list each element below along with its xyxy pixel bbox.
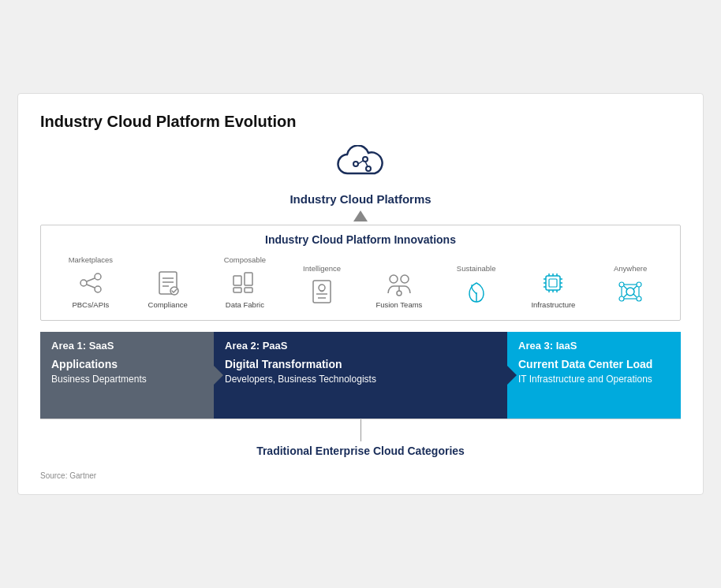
compliance-bottom-label: Compliance xyxy=(148,300,188,309)
fusionteams-icon xyxy=(384,268,414,298)
svg-point-20 xyxy=(319,285,325,291)
svg-rect-18 xyxy=(245,288,252,292)
svg-point-24 xyxy=(401,275,409,283)
icon-compliance: Compliance xyxy=(140,255,196,309)
innovations-title: Industry Cloud Platform Innovations xyxy=(52,233,669,246)
svg-rect-16 xyxy=(245,273,252,285)
sustainable-top-label: Sustainable xyxy=(457,264,496,275)
datafabric-icon xyxy=(230,268,260,298)
innovations-box: Industry Cloud Platform Innovations Mark… xyxy=(40,225,681,321)
paas-title: Area 2: PaaS xyxy=(225,340,496,352)
cloud-section: Industry Cloud Platforms xyxy=(40,145,681,221)
svg-rect-28 xyxy=(546,276,560,290)
saas-sub: Business Departments xyxy=(51,374,203,385)
bottom-section: Traditional Enterprise Cloud Categories xyxy=(40,419,681,457)
pbcapis-top-label: Marketplaces xyxy=(69,255,114,266)
icon-datafabric: Composable Data Fabric xyxy=(216,255,273,309)
sustainable-icon xyxy=(461,277,491,307)
iaas-title: Area 3: IaaS xyxy=(518,340,670,352)
compliance-icon xyxy=(153,268,183,298)
svg-line-8 xyxy=(87,278,95,281)
svg-point-25 xyxy=(397,291,402,296)
intelligence-icon xyxy=(307,277,337,307)
cloud-label: Industry Cloud Platforms xyxy=(290,192,431,206)
traditional-label: Traditional Enterprise Cloud Categories xyxy=(256,445,465,457)
icon-pbcapis: Marketplaces PBCs/APIs xyxy=(62,255,119,309)
svg-point-5 xyxy=(80,280,87,286)
area-iaas: Area 3: IaaS Current Data Center Load IT… xyxy=(507,332,681,419)
svg-line-4 xyxy=(365,162,368,166)
saas-title: Area 1: SaaS xyxy=(51,340,203,352)
svg-point-0 xyxy=(353,162,358,166)
datafabric-top-label: Composable xyxy=(224,255,266,266)
svg-point-6 xyxy=(95,274,101,280)
svg-point-2 xyxy=(366,166,371,171)
fusionteams-bottom-label: Fusion Teams xyxy=(375,300,422,309)
datafabric-bottom-label: Data Fabric xyxy=(226,300,264,309)
icon-intelligence: Intelligence xyxy=(293,264,350,309)
intelligence-top-label: Intelligence xyxy=(303,264,341,275)
vertical-line xyxy=(360,419,361,441)
anywhere-top-label: Anywhere xyxy=(614,264,647,275)
svg-rect-29 xyxy=(549,279,557,287)
area-saas: Area 1: SaaS Applications Business Depar… xyxy=(40,332,214,419)
page-title: Industry Cloud Platform Evolution xyxy=(40,113,681,131)
saas-main: Applications xyxy=(51,358,203,370)
anywhere-icon xyxy=(615,277,645,307)
main-card: Industry Cloud Platform Evolution Indust… xyxy=(17,93,704,495)
pbcapis-icon xyxy=(76,268,106,298)
areas-row: Area 1: SaaS Applications Business Depar… xyxy=(40,332,681,419)
paas-sub: Developers, Business Technologists xyxy=(225,374,496,385)
svg-point-23 xyxy=(390,275,398,283)
iaas-main: Current Data Center Load xyxy=(518,358,670,370)
svg-rect-17 xyxy=(233,288,241,292)
svg-line-47 xyxy=(624,286,627,289)
svg-line-49 xyxy=(624,294,627,297)
svg-point-46 xyxy=(637,296,641,301)
infrastructure-bottom-label: Infrastructure xyxy=(531,300,575,309)
svg-point-7 xyxy=(95,286,101,292)
cloud-icon xyxy=(335,145,386,188)
icon-sustainable: Sustainable xyxy=(448,264,505,309)
svg-point-43 xyxy=(619,282,624,287)
svg-line-3 xyxy=(358,161,363,164)
svg-rect-15 xyxy=(233,276,241,285)
icon-fusionteams: Fusion Teams xyxy=(371,255,428,309)
area-paas: Area 2: PaaS Digital Transformation Deve… xyxy=(214,332,507,419)
iaas-sub: IT Infrastructure and Operations xyxy=(518,374,670,385)
svg-point-42 xyxy=(626,288,634,296)
svg-point-45 xyxy=(619,296,624,301)
infrastructure-icon xyxy=(538,268,568,298)
pbcapis-bottom-label: PBCs/APIs xyxy=(72,300,109,309)
svg-point-44 xyxy=(637,282,641,287)
svg-line-50 xyxy=(633,294,637,297)
svg-line-9 xyxy=(87,285,95,288)
icon-anywhere: Anywhere xyxy=(602,264,659,309)
svg-point-1 xyxy=(363,157,368,162)
source-text: Source: Gartner xyxy=(40,471,681,480)
svg-line-48 xyxy=(633,286,637,289)
arrow-up-icon xyxy=(353,210,368,221)
paas-main: Digital Transformation xyxy=(225,358,496,370)
innovations-icons: Marketplaces PBCs/APIs xyxy=(52,255,669,309)
icon-infrastructure: Infrastructure xyxy=(525,255,581,309)
